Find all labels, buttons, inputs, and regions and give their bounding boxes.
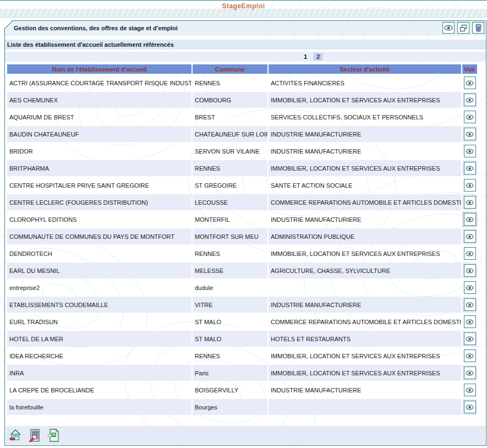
cell-voir xyxy=(462,331,477,347)
cell-secteur: SANTE ET ACTION SOCIALE xyxy=(269,177,461,193)
view-row-button[interactable] xyxy=(464,111,476,123)
cell-commune: ST MALO xyxy=(193,314,267,330)
excel-export-icon xyxy=(47,428,61,442)
cell-secteur: INDUSTRIE MANUFACTURIERE xyxy=(269,143,461,159)
eye-icon xyxy=(466,114,474,120)
cell-commune: MELESSE xyxy=(193,263,267,278)
view-row-button[interactable] xyxy=(464,94,476,106)
cell-nom: CENTRE LECLERC (FOUGERES DISTRIBUTION) xyxy=(7,194,191,210)
cell-voir xyxy=(462,280,477,296)
cascade-windows-icon xyxy=(459,24,467,32)
cell-nom: EARL DU MESNIL xyxy=(7,263,191,278)
view-row-button[interactable] xyxy=(464,77,476,89)
view-row-button[interactable] xyxy=(464,281,476,294)
cell-commune: RENNES xyxy=(193,245,267,261)
cell-voir xyxy=(462,143,477,159)
cell-nom: la foirefouille xyxy=(7,399,191,415)
cell-commune: RENNES xyxy=(193,160,267,176)
cell-commune: MONTERFIL xyxy=(193,211,267,227)
view-row-button[interactable] xyxy=(464,349,476,362)
eye-icon xyxy=(466,336,474,342)
cell-commune: COMBOURG xyxy=(193,92,267,108)
eye-icon xyxy=(466,166,474,171)
cell-nom: AQUARIUM DE BREST xyxy=(7,109,191,125)
view-row-button[interactable] xyxy=(464,384,476,396)
cell-commune: BREST xyxy=(193,109,267,125)
view-row-button[interactable] xyxy=(464,367,476,379)
cell-nom: IDEA RECHERCHE xyxy=(7,348,191,364)
cell-secteur: HOTELS ET RESTAURANTS xyxy=(269,331,461,347)
cell-nom: INRA xyxy=(7,365,191,381)
view-row-button[interactable] xyxy=(464,179,476,192)
view-row-button[interactable] xyxy=(464,315,476,328)
cell-secteur: IMMOBILIER, LOCATION ET SERVICES AUX ENT… xyxy=(269,365,461,381)
view-row-button[interactable] xyxy=(464,145,476,157)
cell-commune: Paris xyxy=(193,365,267,381)
cell-voir xyxy=(462,382,477,398)
column-header-1: Commune xyxy=(193,64,267,74)
view-row-button[interactable] xyxy=(464,401,476,413)
eye-icon xyxy=(466,319,474,325)
page-number-current: 1 xyxy=(302,53,309,61)
eye-icon xyxy=(466,132,474,137)
view-row-button[interactable] xyxy=(464,213,476,226)
view-row-button[interactable] xyxy=(464,247,476,260)
cell-secteur: COMMERCE REPARATIONS AUTOMOBILE ET ARTIC… xyxy=(269,194,461,210)
cell-voir xyxy=(462,245,477,261)
home-back-button[interactable] xyxy=(8,428,23,442)
brand-strip: StageEmploi xyxy=(0,1,487,9)
view-row-button[interactable] xyxy=(464,230,476,243)
top-decorative-band xyxy=(0,9,487,18)
eye-icon xyxy=(466,285,474,291)
view-row-button[interactable] xyxy=(464,128,476,140)
cell-nom: BRIDOR xyxy=(7,143,191,159)
cell-voir xyxy=(462,263,477,278)
cell-commune: RENNES xyxy=(193,75,267,91)
cell-commune: RENNES xyxy=(193,348,267,364)
cell-secteur xyxy=(269,280,461,296)
list-title: Liste des établissement d'accueil actuel… xyxy=(7,41,174,48)
view-row-button[interactable] xyxy=(464,196,476,209)
trash-icon xyxy=(475,24,482,32)
cell-commune: ST GREGOIRE xyxy=(193,177,267,193)
cell-voir xyxy=(462,194,477,210)
home-back-icon xyxy=(8,428,23,442)
cell-nom: AES CHEMUNEX xyxy=(7,92,191,108)
cell-secteur: IMMOBILIER, LOCATION ET SERVICES AUX ENT… xyxy=(269,245,461,261)
cascade-windows-button[interactable] xyxy=(457,22,469,34)
list-title-bar: Liste des établissement d'accueil actuel… xyxy=(5,40,486,50)
cell-voir xyxy=(462,160,477,176)
eye-icon xyxy=(466,217,474,222)
establishments-table: Nom de l'établissement d'accueilCommuneS… xyxy=(7,64,477,415)
cell-secteur: SERVICES COLLECTIFS, SOCIAUX ET PERSONNE… xyxy=(269,109,461,125)
eye-icon xyxy=(466,302,474,308)
view-button[interactable] xyxy=(442,22,455,34)
cell-nom: COMMUNAUTE DE COMMUNES DU PAYS DE MONTFO… xyxy=(7,228,191,244)
eye-icon xyxy=(466,370,474,376)
eye-icon xyxy=(444,25,453,31)
cell-nom: BRITPHARMA xyxy=(7,160,191,176)
pagination: 12 xyxy=(302,53,322,61)
view-row-button[interactable] xyxy=(464,162,476,174)
eye-icon xyxy=(466,251,474,256)
cell-secteur: INDUSTRIE MANUFACTURIERE xyxy=(269,297,461,313)
excel-export-button[interactable] xyxy=(47,428,61,442)
cell-secteur: IMMOBILIER, LOCATION ET SERVICES AUX ENT… xyxy=(269,160,461,176)
column-header-0: Nom de l'établissement d'accueil xyxy=(7,64,191,74)
eye-icon xyxy=(466,353,474,359)
page-number-link[interactable]: 2 xyxy=(314,53,322,61)
delete-button[interactable] xyxy=(472,22,484,34)
cell-voir xyxy=(462,348,477,364)
eye-icon xyxy=(466,183,474,188)
cell-nom: ETABLISSEMENTS COUDEMAILLE xyxy=(7,297,191,313)
view-row-button[interactable] xyxy=(464,332,476,345)
view-row-button[interactable] xyxy=(464,264,476,277)
eye-icon xyxy=(466,200,474,205)
eye-icon xyxy=(466,234,474,239)
cell-commune: MONTFORT SUR MEU xyxy=(193,228,267,244)
view-row-button[interactable] xyxy=(464,298,476,311)
cell-commune: VITRE xyxy=(193,297,267,313)
cell-secteur xyxy=(269,399,461,415)
establishment-edit-button[interactable] xyxy=(28,428,42,442)
cell-voir xyxy=(462,92,477,108)
